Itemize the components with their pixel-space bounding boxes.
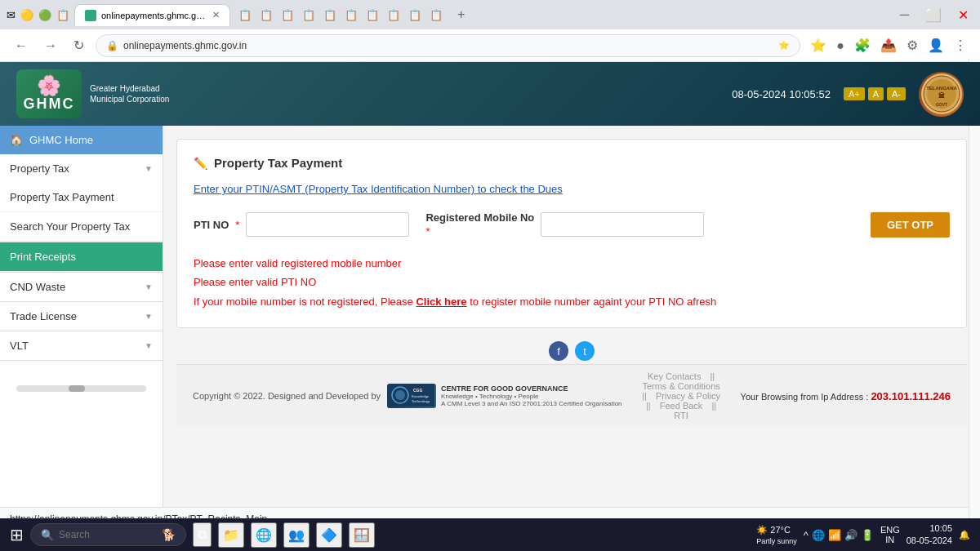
sidebar-scrollbar-handle[interactable]: [69, 385, 85, 392]
ptin-input[interactable]: [246, 212, 409, 237]
tab-title: onlinepayments.ghmc.gov.in: [101, 11, 207, 20]
get-otp-button[interactable]: GET OTP: [871, 212, 950, 238]
font-increase-button[interactable]: A+: [844, 87, 865, 100]
footer-link-feedback[interactable]: Feed Back: [660, 401, 703, 411]
facebook-icon[interactable]: f: [549, 341, 568, 361]
search-property-tax-label: Search Your Property Tax: [10, 220, 130, 233]
sidebar-property-tax-header[interactable]: Property Tax ▼: [0, 154, 163, 183]
svg-text:CGG: CGG: [413, 388, 423, 393]
content-area: ✏️ Property Tax Payment Enter your PTIN/…: [163, 126, 980, 507]
taskbar-system-tray: ^ 🌐 📶 🔊 🔋: [804, 529, 874, 541]
account-icon[interactable]: 👤: [924, 34, 947, 56]
tray-wifi-icon[interactable]: 📶: [828, 529, 841, 541]
start-button[interactable]: ⊞: [10, 525, 24, 544]
sidebar-section-print-receipts: Print Receipts: [0, 242, 163, 273]
sidebar-cnd-waste-header[interactable]: CND Waste ▼: [0, 273, 163, 301]
profile-button[interactable]: ●: [833, 35, 848, 56]
bookmark-button[interactable]: ⭐: [807, 34, 830, 56]
footer-logo-area: Copyright © 2022. Designed and Developed…: [193, 384, 622, 408]
sidebar-home-item[interactable]: 🏠 GHMC Home: [0, 126, 163, 154]
taskbar-right: ☀️ 27°C Partly sunny ^ 🌐 📶 🔊 🔋 ENG IN 10…: [756, 522, 970, 548]
taskbar-windows-button[interactable]: 🪟: [349, 522, 375, 548]
minimize-button[interactable]: ─: [895, 4, 914, 25]
property-tax-payment-label: Property Tax Payment: [10, 191, 114, 203]
twitter-icon[interactable]: t: [575, 341, 595, 361]
site-header: 🌸 GHMC Greater Hyderabad Municipal Corpo…: [0, 62, 980, 126]
taskbar-edge-button[interactable]: 🔷: [316, 522, 342, 548]
header-datetime: 08-05-2024 10:05:52: [732, 88, 831, 100]
main-layout: 🏠 GHMC Home Property Tax ▼ Property Tax …: [0, 126, 980, 507]
share-button[interactable]: 📤: [877, 34, 900, 56]
footer-link-rti[interactable]: RTI: [674, 411, 688, 420]
active-tab[interactable]: onlinepayments.ghmc.gov.in ✕: [74, 4, 230, 26]
taskbar-search-box[interactable]: 🔍 🐕: [30, 523, 186, 546]
logo-subtitle-text: Greater Hyderabad Municipal Corporation: [90, 83, 188, 104]
footer-link-terms[interactable]: Terms & Conditions: [642, 381, 719, 391]
social-footer-area: f t Copyright © 2022. Designed and Devel…: [176, 341, 967, 427]
more-button[interactable]: ⋮: [951, 34, 970, 56]
close-window-button[interactable]: ✕: [953, 4, 973, 26]
footer-link-contacts[interactable]: Key Contacts: [648, 371, 701, 381]
taskbar-time: 10:05 08-05-2024: [906, 522, 952, 548]
mobile-input[interactable]: [541, 212, 704, 237]
click-here-link[interactable]: Click here: [416, 295, 466, 308]
sidebar-item-search-property-tax[interactable]: Search Your Property Tax: [0, 212, 163, 242]
cnd-waste-chevron: ▼: [145, 282, 153, 291]
taskbar: ⊞ 🔍 🐕 ⧉ 📁 🌐 👥 🔷 🪟 ☀️ 27°C Partly sunny ^…: [0, 518, 980, 551]
svg-text:TELANGANA: TELANGANA: [926, 86, 957, 91]
property-tax-chevron: ▼: [145, 164, 153, 173]
taskbar-file-explorer-button[interactable]: 📁: [218, 522, 244, 548]
mobile-label: Registered Mobile No: [425, 211, 534, 224]
taskbar-task-view-button[interactable]: ⧉: [193, 522, 212, 547]
sidebar-section-vlt: VLT ▼: [0, 331, 163, 361]
svg-text:Technology: Technology: [412, 399, 430, 403]
print-receipts-label: Print Receipts: [10, 251, 76, 263]
tray-expand-icon[interactable]: ^: [804, 529, 808, 541]
scrollbar-right[interactable]: ▲: [969, 59, 980, 551]
svg-text:🏛: 🏛: [938, 91, 945, 100]
url-text: onlinepayments.ghmc.gov.in: [123, 40, 773, 51]
notification-icon[interactable]: 🔔: [959, 530, 970, 540]
cgg-logo-inner: CGG Knowledge Technology: [389, 384, 434, 408]
footer-link-privacy[interactable]: Privacy & Policy: [656, 391, 720, 401]
logo-flower-icon: 🌸: [37, 76, 61, 96]
cgg-logo: CGG Knowledge Technology: [387, 384, 436, 408]
address-bar[interactable]: 🔒 onlinepayments.ghmc.gov.in ⭐: [96, 34, 800, 57]
info-text[interactable]: Enter your PTIN/ASMT (Property Tax Ident…: [194, 183, 950, 195]
sidebar-item-property-tax-payment[interactable]: Property Tax Payment: [0, 183, 163, 212]
sidebar-vlt-header[interactable]: VLT ▼: [0, 331, 163, 360]
tray-network-icon[interactable]: 🌐: [812, 529, 825, 541]
error-message-3-prefix: If your mobile number is not registered,…: [194, 295, 416, 308]
ptin-required-star: *: [235, 219, 239, 231]
tray-speaker-icon[interactable]: 🔊: [844, 529, 858, 541]
taskbar-search-input[interactable]: [59, 529, 157, 540]
page-title: Property Tax Payment: [214, 156, 342, 170]
weather-temp: 27°C: [770, 525, 791, 535]
gov-logo-inner: TELANGANA 🏛 GOVT: [921, 73, 962, 114]
sidebar-item-print-receipts[interactable]: Print Receipts: [0, 242, 163, 272]
footer-pipe-2: ||: [642, 391, 649, 401]
back-button[interactable]: ←: [10, 35, 33, 56]
property-tax-label: Property Tax: [10, 162, 69, 175]
new-tab-button[interactable]: +: [451, 4, 471, 25]
restore-button[interactable]: ⬜: [920, 4, 947, 26]
sidebar-trade-license-header[interactable]: Trade License ▼: [0, 302, 163, 331]
tab-close-button[interactable]: ✕: [212, 10, 220, 20]
font-normal-button[interactable]: A: [868, 87, 884, 100]
footer-pipe-4: ||: [711, 401, 716, 411]
card-title: ✏️ Property Tax Payment: [194, 156, 950, 170]
gov-logo: TELANGANA 🏛 GOVT: [919, 72, 964, 117]
extension-button[interactable]: 🧩: [851, 34, 874, 56]
mobile-field-group: Registered Mobile No *: [425, 211, 704, 238]
vlt-chevron: ▼: [145, 341, 153, 350]
font-decrease-button[interactable]: A-: [887, 87, 906, 100]
forward-button[interactable]: →: [39, 35, 62, 56]
settings-button[interactable]: ⚙: [903, 34, 921, 56]
taskbar-chrome-button[interactable]: 🌐: [251, 522, 277, 548]
trade-license-chevron: ▼: [145, 312, 153, 321]
refresh-button[interactable]: ↻: [69, 34, 89, 56]
error-message-2: Please enter valid PTI NO: [194, 273, 950, 291]
trade-license-label: Trade License: [10, 310, 77, 322]
taskbar-teams-button[interactable]: 👥: [283, 522, 310, 548]
tray-battery-icon[interactable]: 🔋: [861, 529, 874, 541]
